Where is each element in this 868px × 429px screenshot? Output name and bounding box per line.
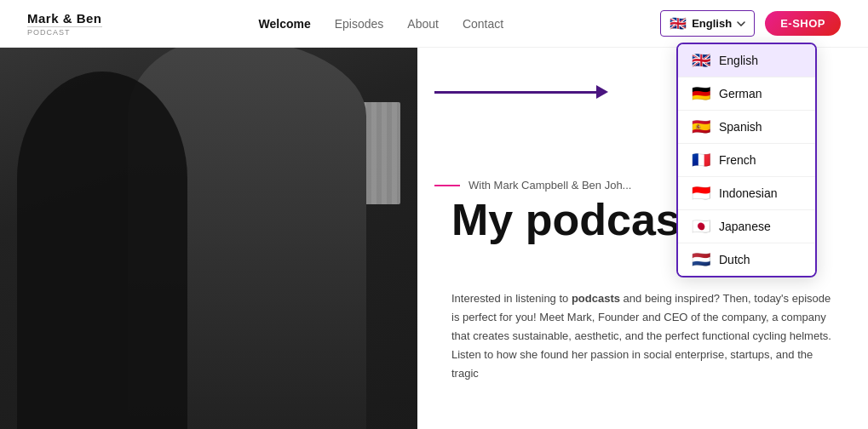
lang-option-spanish[interactable]: 🇪🇸 Spanish [678,111,815,143]
shop-button[interactable]: E-SHOP [765,11,841,36]
lang-label: English [692,17,732,30]
nav-episodes[interactable]: Episodes [335,17,384,31]
with-text-label: With Mark Campbell & Ben Joh... [468,179,631,192]
lang-flag-dutch: 🇳🇱 [692,252,710,267]
lang-flag-german: 🇩🇪 [692,86,710,101]
hero-image-inner [0,0,417,429]
nav-right: 🇬🇧 English E-SHOP [660,10,841,37]
lang-option-japanese[interactable]: 🇯🇵 Japanese [678,210,815,243]
logo-title: Mark & Ben [27,11,102,26]
arrow-decoration [434,85,608,99]
hero-image [0,0,417,429]
with-line [434,185,460,186]
lang-name-spanish: Spanish [719,120,762,134]
arrow-line [434,91,596,94]
lang-name-dutch: Dutch [719,253,750,266]
lang-flag-french: 🇫🇷 [692,152,710,168]
language-dropdown: 🇬🇧 English 🇩🇪 German 🇪🇸 Spanish 🇫🇷 Frenc… [676,43,817,277]
nav: Welcome Episodes About Contact [259,17,504,31]
lang-option-indonesian[interactable]: 🇮🇩 Indonesian [678,177,815,209]
lang-flag-english: 🇬🇧 [692,53,710,68]
nav-about[interactable]: About [407,17,439,31]
lang-flag-spanish: 🇪🇸 [692,119,710,134]
lang-name-english: English [719,54,758,67]
person-left-silhouette [17,72,187,429]
lang-flag-indonesian: 🇮🇩 [692,186,710,201]
lang-name-indonesian: Indonesian [719,186,778,200]
lang-name-japanese: Japanese [719,220,771,233]
description: Interested in listening to podcasts and … [417,289,868,383]
lang-option-dutch[interactable]: 🇳🇱 Dutch [678,243,815,276]
language-selector-button[interactable]: 🇬🇧 English [660,10,755,37]
header: Mark & Ben Podcast Welcome Episodes Abou… [0,0,868,48]
lang-name-german: German [719,87,762,100]
arrow-head [596,85,608,99]
lang-option-german[interactable]: 🇩🇪 German [678,77,815,110]
logo-subtitle: Podcast [27,26,102,37]
lang-option-french[interactable]: 🇫🇷 French [678,144,815,176]
lang-flag: 🇬🇧 [670,15,687,31]
lang-name-french: French [719,153,756,167]
lang-flag-japanese: 🇯🇵 [692,219,710,234]
desc-part1: Interested in listening to [451,292,572,305]
desc-bold: podcasts [572,292,620,305]
nav-welcome[interactable]: Welcome [259,17,311,31]
logo: Mark & Ben Podcast [27,11,102,37]
desc-part2: and being inspired? Then, today's episod… [451,292,831,380]
chevron-down-icon [737,21,745,26]
nav-contact[interactable]: Contact [463,17,503,31]
lang-option-english[interactable]: 🇬🇧 English [678,44,815,77]
with-text: With Mark Campbell & Ben Joh... [434,179,631,192]
